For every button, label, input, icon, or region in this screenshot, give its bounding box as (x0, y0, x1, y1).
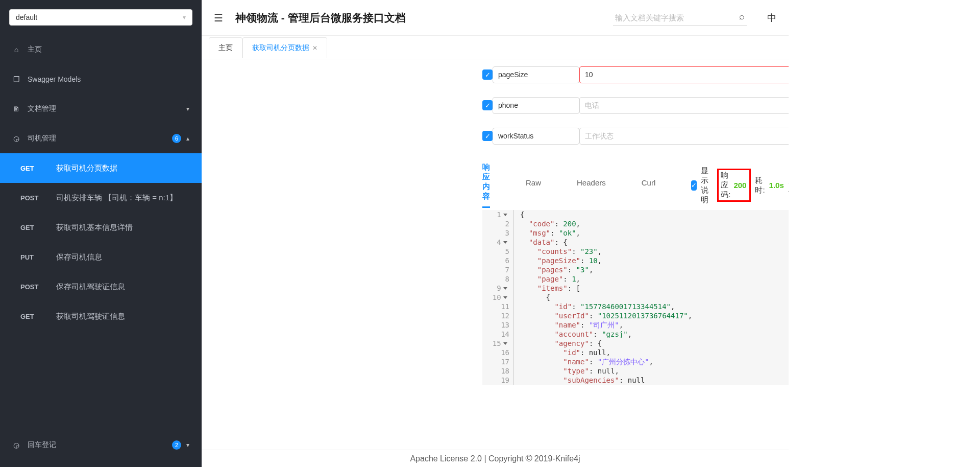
nav-home[interactable]: ⌂主页 (0, 35, 202, 64)
api-item[interactable]: GET获取司机基本信息详情 (0, 213, 202, 242)
code-line: 13 "name": "司广州", (482, 320, 789, 330)
param-row: ✓删除 (482, 121, 789, 151)
chevron-down-icon: ▾ (186, 441, 189, 449)
api-method: PUT (20, 253, 45, 261)
code-line: 14 "account": "gzsj", (482, 330, 789, 339)
nav-doc-label: 文档管理 (28, 104, 56, 113)
nav-doc-manage[interactable]: 🗎文档管理 ▾ (0, 94, 202, 124)
content-body: ✓删除✓删除✓删除 响应内容 Raw Headers Curl ✓ 显示说明 响… (202, 59, 789, 450)
tab-current[interactable]: 获取司机分页数据 ✕ (242, 37, 327, 58)
gauge-icon: ◶ (12, 134, 20, 143)
api-label: 获取司机基本信息详情 (56, 223, 133, 232)
copyright-icon: © (525, 453, 532, 464)
nav-driver-manage[interactable]: ◶司机管理 6 ▴ (0, 124, 202, 153)
code-line: 12 "userId": "1025112013736764417", (482, 311, 789, 320)
param-value-input[interactable] (579, 66, 789, 83)
code-line: 8 "page": 1, (482, 274, 789, 284)
code-line: 11 "id": "1577846001713344514", (482, 302, 789, 311)
api-item[interactable]: GET获取司机驾驶证信息 (0, 301, 202, 331)
resp-tab-content[interactable]: 响应内容 (482, 162, 490, 208)
doc-icon: 🗎 (12, 105, 20, 113)
status-code-highlight: 响应码: 200 (717, 169, 751, 202)
language-button[interactable]: 中 (767, 12, 776, 24)
code-line: 3 "msg": "ok", (482, 228, 789, 238)
api-method: POST (20, 194, 45, 202)
collapse-icon[interactable]: ☰ (214, 12, 223, 24)
param-enabled-checkbox[interactable]: ✓ (482, 69, 493, 80)
search-icon[interactable]: ⌕ (739, 11, 745, 22)
show-desc-checkbox[interactable]: ✓ (691, 180, 697, 191)
resp-tab-headers[interactable]: Headers (577, 178, 606, 192)
code-line: 17 "name": "广州分拣中心", (482, 357, 789, 366)
nav-driver-label: 司机管理 (28, 134, 56, 143)
home-icon: ⌂ (12, 45, 20, 54)
param-name-input[interactable] (493, 128, 579, 145)
response-tabs: 响应内容 Raw Headers Curl ✓ 显示说明 响应码: 200 耗时… (482, 162, 789, 208)
param-name-input[interactable] (493, 66, 579, 83)
main: ☰ 神领物流 - 管理后台微服务接口文档 ⌕ 中 主页 获取司机分页数据 ✕ ✓… (202, 0, 789, 467)
api-method: GET (20, 165, 45, 172)
chevron-down-icon: ▾ (183, 14, 186, 21)
param-value-input[interactable] (579, 128, 789, 145)
response-time: 1.0s (769, 181, 784, 190)
nav-swagger-models[interactable]: ❒Swagger Models (0, 64, 202, 94)
code-line: 19 "subAgencies": null (482, 376, 789, 385)
code-line: 5 "counts": "23", (482, 247, 789, 256)
footer: Apache License 2.0 | Copyright © 2019-Kn… (202, 450, 789, 467)
group-select-value: default (16, 13, 37, 21)
param-value-input[interactable] (579, 97, 789, 114)
tabs-bar: 主页 获取司机分页数据 ✕ (202, 36, 789, 59)
code-line: 4 "data": { (482, 238, 789, 247)
param-row: ✓删除 (482, 90, 789, 121)
group-select[interactable]: default ▾ (9, 9, 192, 26)
code-line: 2 "code": 200, (482, 219, 789, 228)
api-method: GET (20, 313, 45, 320)
tab-home[interactable]: 主页 (209, 37, 242, 58)
api-method: GET (20, 224, 45, 231)
api-item[interactable]: POST司机安排车辆 【司机：车辆 = n:1】 (0, 183, 202, 213)
api-item[interactable]: GET获取司机分页数据 (0, 153, 202, 183)
chevron-up-icon: ▴ (186, 135, 189, 142)
param-enabled-checkbox[interactable]: ✓ (482, 100, 493, 110)
code-line: 10 { (482, 293, 789, 302)
close-icon[interactable]: ✕ (312, 44, 317, 52)
nav-return-record[interactable]: ◶回车登记 2 ▾ (0, 430, 202, 460)
sidebar: default ▾ ⌂主页 ❒Swagger Models 🗎文档管理 ▾ ◶司… (0, 0, 202, 467)
nav-return-label: 回车登记 (28, 440, 56, 450)
api-label: 司机安排车辆 【司机：车辆 = n:1】 (56, 193, 177, 203)
api-item[interactable]: PUT保存司机信息 (0, 242, 202, 272)
param-row: ✓删除 (482, 59, 789, 90)
param-enabled-checkbox[interactable]: ✓ (482, 131, 493, 141)
app-title: 神领物流 - 管理后台微服务接口文档 (235, 11, 601, 25)
code-line: 6 "pageSize": 10, (482, 256, 789, 265)
status-code-value: 200 (733, 181, 746, 190)
search-input[interactable] (613, 10, 747, 26)
code-line: 18 "type": null, (482, 366, 789, 376)
param-table: ✓删除✓删除✓删除 (482, 59, 789, 151)
api-label: 保存司机信息 (56, 252, 102, 262)
tab-current-label: 获取司机分页数据 (252, 43, 309, 53)
cube-icon: ❒ (12, 75, 20, 83)
resp-tab-raw[interactable]: Raw (526, 178, 541, 192)
response-json-viewer[interactable]: 可以正常获取到数据 1 {2 "code": 200,3 "msg": "ok"… (482, 210, 789, 385)
api-item[interactable]: POST保存司机驾驶证信息 (0, 272, 202, 301)
gauge-icon: ◶ (12, 441, 20, 449)
nav-home-label: 主页 (28, 45, 42, 54)
return-count-badge: 2 (172, 440, 181, 450)
code-line: 15 "agency": { (482, 339, 789, 348)
resp-tab-curl[interactable]: Curl (642, 178, 656, 192)
code-line: 9 "items": [ (482, 284, 789, 293)
code-line: 16 "id": null, (482, 348, 789, 357)
api-method: POST (20, 283, 45, 291)
api-label: 获取司机分页数据 (56, 164, 117, 173)
api-label: 保存司机驾驶证信息 (56, 282, 125, 292)
api-list: GET获取司机分页数据POST司机安排车辆 【司机：车辆 = n:1】GET获取… (0, 153, 202, 331)
param-name-input[interactable] (493, 97, 579, 114)
api-label: 获取司机驾驶证信息 (56, 312, 125, 321)
response-info: ✓ 显示说明 响应码: 200 耗时: 1.0s 大小: 7.89 KB (691, 166, 789, 205)
chevron-down-icon: ▾ (186, 105, 189, 112)
nav-swagger-label: Swagger Models (28, 75, 81, 83)
driver-count-badge: 6 (172, 134, 181, 143)
top-bar: ☰ 神领物流 - 管理后台微服务接口文档 ⌕ 中 (202, 0, 789, 36)
code-line: 1 { (482, 210, 789, 219)
